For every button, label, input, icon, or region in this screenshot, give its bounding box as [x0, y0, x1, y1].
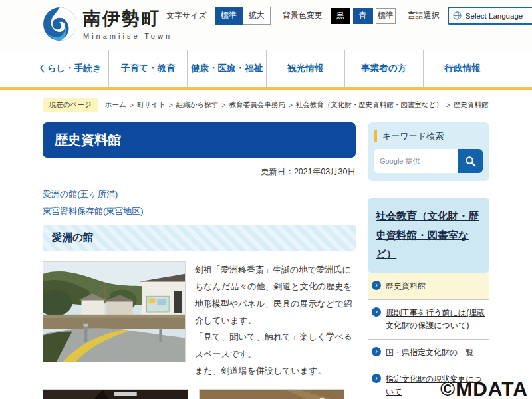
- sidebar: キーワード検索 社会教育（文化財・歴史資料館・図書室など） 歴史資料館: [368, 122, 489, 399]
- category-box: 社会教育（文化財・歴史資料館・図書室など）: [368, 198, 489, 273]
- breadcrumb: 現在のページ ホーム > 町サイト > 組織から探す > 教育委員会事務局 >: [43, 98, 489, 112]
- language-label: 言語選択: [408, 10, 440, 21]
- quick-links: 愛洲の館(五ヶ所浦)東宮資料保存館(東宮地区): [43, 182, 356, 216]
- font-size-enlarge-button[interactable]: 拡大: [243, 7, 271, 25]
- breadcrumb-item: 社会教育（文化財・歴史資料館・図書室など） >: [296, 100, 454, 110]
- font-size-label: 文字サイズ: [166, 10, 207, 21]
- nav-item[interactable]: 子育て・教育: [108, 50, 187, 87]
- keyword-search-box: キーワード検索: [368, 122, 489, 181]
- description-paragraph: 剣祖「愛洲移香斎」生誕の地で愛洲氏にちなんだ品々の他、剣道と文化の歴史を地形模型…: [195, 261, 356, 329]
- description-text: 剣祖「愛洲移香斎」生誕の地で愛洲氏にちなんだ品々の他、剣道と文化の歴史を地形模型…: [195, 261, 356, 379]
- language-select-value: Select Language: [466, 12, 532, 20]
- font-size-standard-button[interactable]: 標準: [215, 7, 243, 25]
- main-content: 歴史資料館 更新日：2021年03月30日 愛洲の館(五ヶ所浦)東宮資料保存館(…: [43, 122, 356, 399]
- bg-blue-button[interactable]: 青: [353, 8, 373, 24]
- nav-item[interactable]: 事業者の方: [344, 50, 423, 87]
- breadcrumb-item: 歴史資料館 >: [454, 100, 489, 110]
- quick-link[interactable]: 愛洲の館(五ヶ所浦): [43, 190, 118, 198]
- breadcrumb-item: ホーム >: [105, 100, 137, 110]
- quick-link[interactable]: 東宮資料保存館(東宮地区): [43, 207, 144, 215]
- town-logo-icon: [43, 6, 77, 42]
- updated-date: 更新日：2021年03月30日: [43, 166, 356, 178]
- nav-item[interactable]: 健康・医療・福祉: [187, 50, 265, 87]
- current-page-badge: 現在のページ: [43, 98, 98, 112]
- nav-item[interactable]: 行政情報: [423, 50, 501, 87]
- exhibit-photo-2: [199, 389, 344, 399]
- arrow-right-icon: [372, 374, 381, 383]
- global-nav: くらし・手続き子育て・教育健康・医療・福祉観光情報事業者の方行政情報: [0, 50, 532, 90]
- bg-standard-button[interactable]: 標準: [376, 8, 396, 24]
- search-title: キーワード検索: [374, 130, 483, 142]
- language-select[interactable]: Select Language: [448, 7, 532, 25]
- museum-exterior-photo: [43, 261, 186, 362]
- section-heading: 愛洲の館: [43, 225, 356, 251]
- breadcrumb-separator-icon: >: [289, 101, 293, 109]
- search-icon: [465, 156, 476, 167]
- breadcrumb-separator-icon: >: [446, 101, 450, 109]
- search-input[interactable]: [374, 149, 458, 173]
- site-logo[interactable]: 南伊勢町 Minamiise Town: [43, 6, 172, 42]
- exhibit-photo-1: [43, 389, 188, 399]
- breadcrumb-separator-icon: >: [222, 101, 226, 109]
- breadcrumb-item: 教育委員会事務局 >: [229, 100, 296, 110]
- breadcrumb-item: 組織から探す >: [176, 100, 229, 110]
- site-name-en: Minamiise Town: [83, 32, 172, 40]
- nav-item[interactable]: くらし・手続き: [31, 50, 108, 87]
- bg-black-button[interactable]: 黒: [331, 8, 350, 24]
- category-title-link[interactable]: 社会教育（文化財・歴史資料館・図書室など）: [376, 210, 479, 259]
- sidebar-menu-item: 掘削工事を行う前には(埋蔵文化財の保護について): [368, 300, 489, 339]
- globe-icon: [453, 11, 462, 20]
- sidebar-menu-item: 国・県指定文化財の一覧: [368, 340, 489, 366]
- arrow-right-icon: [372, 347, 381, 356]
- sidebar-menu-item: 歴史資料館: [368, 273, 489, 300]
- breadcrumb-separator-icon: >: [130, 101, 134, 109]
- mdata-watermark: ©MDATA: [440, 378, 528, 399]
- search-button[interactable]: [458, 149, 483, 173]
- page-title: 歴史資料館: [43, 122, 356, 158]
- arrow-right-icon: [372, 281, 381, 290]
- breadcrumb-item: 町サイト >: [137, 100, 176, 110]
- description-paragraph: 「見て、聞いて、触れて」楽しく学べるスペースです。: [195, 329, 356, 362]
- site-header: 南伊勢町 Minamiise Town 文字サイズ 標準 拡大 背景色変更 黒 …: [0, 0, 532, 50]
- description-paragraph: また、剣道場を併設しています。: [195, 362, 356, 379]
- site-name: 南伊勢町: [83, 8, 172, 31]
- bg-color-label: 背景色変更: [283, 10, 323, 21]
- nav-item[interactable]: 観光情報: [266, 50, 344, 87]
- arrow-right-icon: [372, 307, 381, 317]
- breadcrumb-separator-icon: >: [169, 101, 173, 109]
